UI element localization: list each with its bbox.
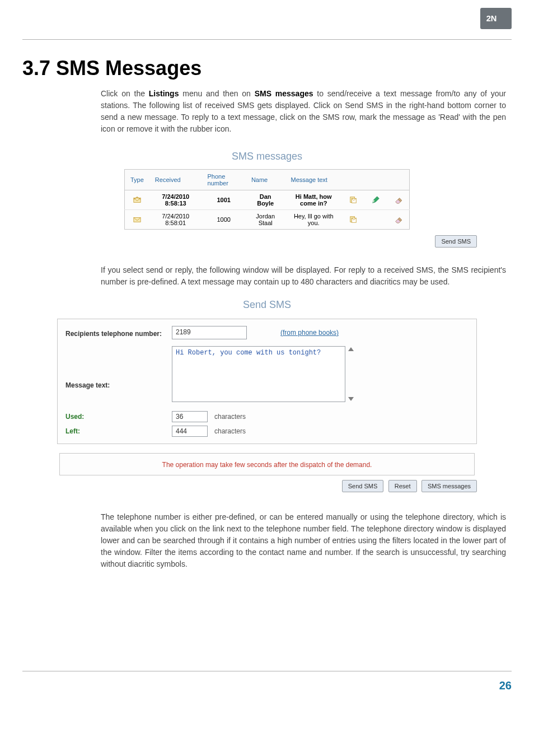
section-heading: 3.7 SMS Messages: [22, 57, 512, 80]
cell-phone: 1000: [202, 210, 246, 230]
reply-paragraph: If you select send or reply, the followi…: [101, 264, 506, 288]
cell-received: 7/24/2010 8:58:13: [149, 190, 202, 210]
delete-icon[interactable]: [387, 190, 410, 210]
send-sms-submit-button[interactable]: Send SMS: [342, 480, 384, 492]
recipients-input[interactable]: 2189: [172, 326, 247, 339]
table-row[interactable]: 7/24/2010 8:58:011000Jordan StaalHey, Il…: [125, 210, 410, 230]
delete-icon[interactable]: [387, 210, 410, 230]
directory-paragraph: The telephone number is either pre-defin…: [101, 511, 506, 570]
table-row[interactable]: 7/24/2010 8:58:131001Dan BoyleHi Matt, h…: [125, 190, 410, 210]
cell-name: Dan Boyle: [246, 190, 285, 210]
col-phone[interactable]: Phone number: [202, 170, 246, 190]
scroll-up-icon[interactable]: [348, 347, 354, 351]
used-label: Used:: [65, 413, 172, 421]
mark-read-icon[interactable]: [364, 190, 387, 210]
cell-received: 7/24/2010 8:58:01: [149, 210, 202, 230]
recipients-label: Recipients telephone number:: [65, 328, 172, 338]
reset-button[interactable]: Reset: [388, 480, 417, 492]
sms-messages-button[interactable]: SMS messages: [421, 480, 477, 492]
used-unit: characters: [214, 413, 246, 421]
reply-icon[interactable]: [342, 190, 364, 210]
col-type[interactable]: Type: [125, 170, 149, 190]
cell-name: Jordan Staal: [246, 210, 285, 230]
operation-warning-text: The operation may take few seconds after…: [162, 461, 372, 469]
svg-text:2N: 2N: [486, 14, 497, 23]
send-sms-form: Recipients telephone number: 2189 (from …: [57, 319, 477, 444]
envelope-icon: [125, 190, 149, 210]
reply-icon[interactable]: [342, 210, 364, 230]
cell-phone: 1001: [202, 190, 246, 210]
cell-text: Hey, Ill go with you.: [285, 210, 342, 230]
sms-messages-title: SMS messages: [22, 151, 512, 162]
send-sms-button[interactable]: Send SMS: [435, 235, 477, 248]
from-phone-books-link[interactable]: (from phone books): [280, 329, 339, 337]
message-text-input[interactable]: Hi Robert, you come with us tonight?: [172, 346, 345, 402]
col-name[interactable]: Name: [246, 170, 285, 190]
page-number: 26: [499, 679, 512, 692]
intro-paragraph: Click on the Listings menu and then on S…: [101, 88, 506, 135]
operation-warning-box: The operation may take few seconds after…: [59, 453, 475, 475]
envelope-icon: [125, 210, 149, 230]
textarea-scroll[interactable]: [346, 346, 355, 402]
send-sms-title: Send SMS: [22, 299, 512, 311]
scroll-down-icon[interactable]: [348, 397, 354, 401]
mark-read-icon[interactable]: [364, 210, 387, 230]
brand-logo: 2N: [480, 8, 512, 29]
used-value: 36: [172, 411, 208, 422]
left-value: 444: [172, 426, 208, 437]
cell-text: Hi Matt, how come in?: [285, 190, 342, 210]
left-unit: characters: [214, 427, 246, 435]
left-label: Left:: [65, 427, 172, 435]
sms-messages-table: Type Received Phone number Name Message …: [124, 169, 410, 230]
message-text-label: Message text:: [65, 359, 172, 389]
col-message-text[interactable]: Message text: [285, 170, 409, 190]
col-received[interactable]: Received: [149, 170, 202, 190]
